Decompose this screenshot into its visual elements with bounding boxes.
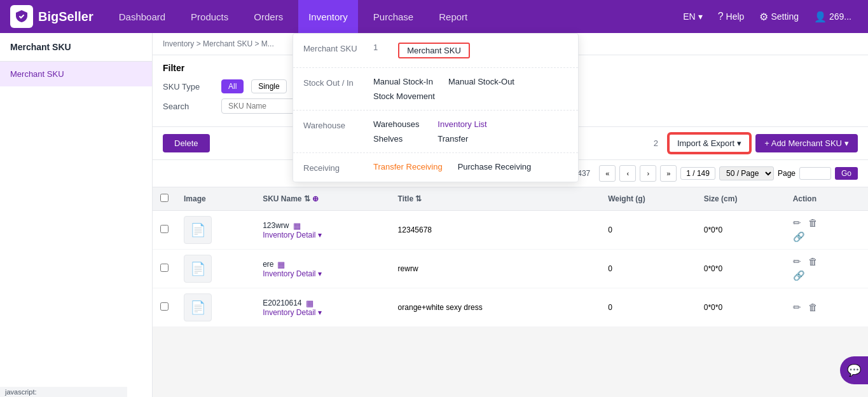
inventory-detail-link[interactable]: Inventory Detail ▾	[263, 308, 382, 317]
dropdown-label-stock: Stock Out / In	[303, 77, 373, 88]
dropdown-items-receiving: Transfer Receiving Purchase Receiving	[373, 162, 531, 172]
row-checkbox[interactable]	[160, 302, 169, 311]
table-row: 📄 ere ▦ Inventory Detail ▾	[153, 250, 868, 288]
inventory-detail-link[interactable]: Inventory Detail ▾	[263, 269, 382, 278]
row-spacer-cell	[572, 250, 600, 288]
merchant-sku-outlined-link[interactable]: Merchant SKU	[398, 43, 470, 58]
qr-code-icon[interactable]: ▦	[277, 260, 285, 269]
delete-icon[interactable]: 🗑	[808, 302, 818, 313]
row-weight-cell: 0	[600, 211, 696, 250]
row-size-cell: 0*0*0	[696, 250, 785, 288]
delete-icon[interactable]: 🗑	[808, 256, 818, 267]
nav-orders[interactable]: Orders	[244, 0, 293, 33]
row-image-cell: 📄	[176, 288, 255, 327]
dropdown-badge-1: 1	[373, 43, 378, 58]
title-header: Title ⇅	[390, 187, 573, 211]
user-icon: 👤	[814, 11, 827, 23]
sku-type-single-button[interactable]: Single	[251, 79, 286, 93]
help-button[interactable]: ? Help	[712, 0, 751, 33]
sidebar-item-merchant-sku[interactable]: Merchant SKU	[0, 62, 152, 86]
link-icon[interactable]: 🔗	[793, 270, 805, 281]
sku-image: 📄	[184, 216, 212, 244]
qr-code-icon[interactable]: ▦	[293, 221, 301, 231]
top-navigation: BigSeller Dashboard Products Orders Inve…	[0, 0, 868, 33]
inventory-detail-link[interactable]: Inventory Detail ▾	[263, 231, 382, 239]
table-header-row: Image SKU Name ⇅ ⊕ Title ⇅ Weight (g) Si…	[153, 187, 868, 211]
warehouses-link[interactable]: Warehouses	[373, 119, 422, 129]
setting-button[interactable]: ⚙ Setting	[753, 0, 805, 33]
toolbar-right: 2 Import & Export ▾ + Add Merchant SKU ▾	[654, 133, 858, 153]
nav-products[interactable]: Products	[181, 0, 238, 33]
nav-inventory[interactable]: Inventory	[298, 0, 358, 33]
status-text: javascript:	[5, 388, 37, 396]
inventory-list-link[interactable]: Inventory List	[437, 119, 486, 129]
delete-icon[interactable]: 🗑	[808, 217, 818, 228]
add-merchant-label: + Add Merchant SKU	[764, 138, 842, 148]
table-row: 📄 123wrw ▦ Inventory Detail ▾	[153, 211, 868, 250]
edit-icon[interactable]: ✏	[793, 256, 801, 267]
nav-right: EN ▾ ? Help ⚙ Setting 👤 269...	[677, 0, 858, 33]
sku-name-header: SKU Name ⇅ ⊕	[255, 187, 390, 211]
transfer-link[interactable]: Transfer	[437, 134, 486, 144]
edit-icon[interactable]: ✏	[793, 302, 801, 313]
sku-name: ere	[263, 260, 273, 269]
inventory-dropdown-menu: Merchant SKU 1 Merchant SKU Stock Out / …	[293, 33, 579, 182]
delete-button[interactable]: Delete	[163, 134, 210, 152]
sku-image: 📄	[184, 255, 212, 283]
row-spacer-cell	[572, 288, 600, 327]
badge-2: 2	[654, 138, 658, 148]
dropdown-section-receiving: Receiving Transfer Receiving Purchase Re…	[293, 153, 578, 182]
stock-movement-link[interactable]: Stock Movement	[373, 91, 435, 101]
nav-report[interactable]: Report	[429, 0, 478, 33]
document-icon: 📄	[190, 300, 206, 315]
purchase-receiving-link[interactable]: Purchase Receiving	[458, 162, 532, 172]
page-current: 1 / 149	[680, 167, 715, 180]
sku-type-all-button[interactable]: All	[221, 79, 244, 93]
help-label: Help	[726, 11, 745, 22]
logo-area[interactable]: BigSeller	[10, 5, 93, 28]
edit-icon[interactable]: ✏	[793, 217, 801, 228]
inventory-detail-label: Inventory Detail	[263, 231, 315, 239]
sku-type-label: SKU Type	[163, 82, 214, 91]
manual-stock-in-link[interactable]: Manual Stock-In	[373, 77, 433, 86]
import-export-label: Import & Export	[677, 138, 734, 148]
action-header: Action	[785, 187, 868, 211]
link-icon[interactable]: 🔗	[793, 231, 805, 243]
image-header: Image	[176, 187, 255, 211]
nav-dashboard[interactable]: Dashboard	[109, 0, 176, 33]
row-checkbox[interactable]	[160, 225, 169, 233]
status-bar: javascript:	[0, 387, 127, 397]
page-goto-input[interactable]	[799, 167, 831, 180]
page-label: Page	[778, 169, 796, 178]
import-export-button[interactable]: Import & Export ▾	[668, 133, 750, 153]
chat-widget-button[interactable]: 💬	[840, 356, 868, 384]
row-checkbox-cell	[153, 250, 176, 288]
chevron-down-icon: ▾	[844, 138, 849, 148]
user-label: 269...	[829, 11, 851, 22]
prev-page-button[interactable]: ‹	[619, 165, 636, 182]
last-page-button[interactable]: »	[660, 165, 677, 182]
shelves-link[interactable]: Shelves	[373, 134, 422, 144]
manual-stock-out-link[interactable]: Manual Stock-Out	[448, 77, 514, 86]
row-checkbox[interactable]	[160, 264, 169, 272]
nav-purchase[interactable]: Purchase	[363, 0, 424, 33]
select-all-checkbox[interactable]	[160, 194, 169, 202]
row-size-cell: 0*0*0	[696, 211, 785, 250]
go-button[interactable]: Go	[835, 167, 858, 180]
first-page-button[interactable]: «	[599, 165, 616, 182]
sidebar-header: Merchant SKU	[0, 33, 152, 62]
lang-selector[interactable]: EN ▾	[677, 0, 708, 33]
next-page-button[interactable]: ›	[640, 165, 656, 182]
row-spacer-cell	[572, 211, 600, 250]
sku-name: E20210614	[263, 299, 301, 307]
user-menu[interactable]: 👤 269...	[808, 0, 858, 33]
dropdown-label-merchant-sku: Merchant SKU	[303, 43, 373, 53]
per-page-select[interactable]: 50 / Page	[719, 166, 774, 180]
sku-image: 📄	[184, 293, 212, 321]
document-icon: 📄	[190, 261, 206, 276]
inventory-detail-label: Inventory Detail	[263, 269, 315, 278]
qr-code-icon[interactable]: ▦	[306, 299, 313, 308]
add-merchant-sku-button[interactable]: + Add Merchant SKU ▾	[755, 134, 858, 152]
transfer-receiving-link[interactable]: Transfer Receiving	[373, 162, 443, 172]
search-label: Search	[163, 102, 214, 111]
